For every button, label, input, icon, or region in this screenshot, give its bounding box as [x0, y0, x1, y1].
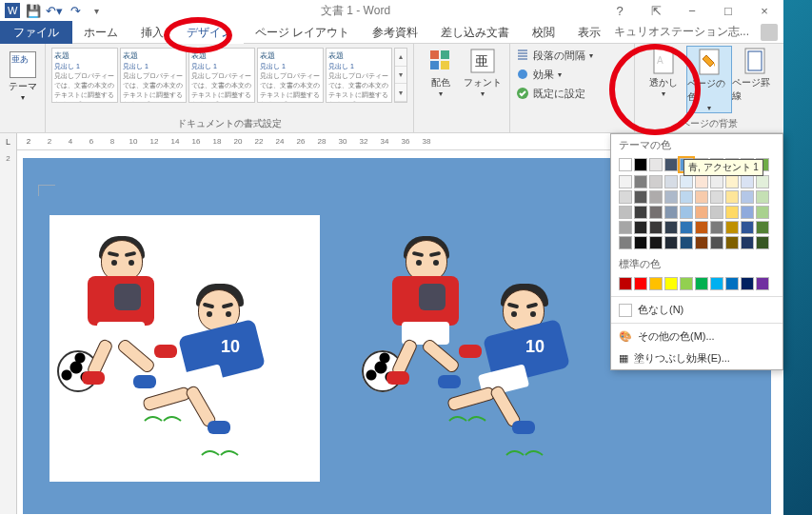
color-swatch[interactable]	[649, 277, 663, 290]
tab-mailings[interactable]: 差し込み文書	[429, 21, 521, 44]
color-swatch[interactable]	[725, 236, 739, 249]
color-swatch[interactable]	[664, 158, 678, 171]
color-swatch[interactable]	[756, 175, 769, 188]
color-swatch[interactable]	[619, 206, 632, 219]
format-item[interactable]: 表題見出し 1見出しプロパティーでは、文書の本文のテキストに調整するためのプロパ…	[257, 48, 324, 103]
color-swatch[interactable]	[619, 277, 632, 290]
maximize-button[interactable]: □	[715, 4, 742, 18]
more-icon[interactable]: ▾	[395, 84, 406, 102]
color-swatch[interactable]	[619, 175, 632, 188]
redo-icon[interactable]: ↷	[67, 2, 84, 19]
color-swatch[interactable]	[634, 158, 647, 171]
color-swatch[interactable]	[695, 236, 708, 249]
fill-effects-item[interactable]: ▦塗りつぶし効果(E)...	[611, 347, 782, 369]
paragraph-spacing-button[interactable]: 段落の間隔 ▾	[516, 46, 628, 65]
soccer-illustration[interactable]: 1 10	[57, 227, 305, 455]
color-swatch[interactable]	[680, 206, 693, 219]
tab-file[interactable]: ファイル	[0, 21, 72, 44]
format-item[interactable]: 表題見出し 1見出しプロパティーでは、文書の本文のテキストに調整するためのプロパ…	[51, 48, 118, 103]
tab-view[interactable]: 表示	[566, 21, 612, 44]
tab-references[interactable]: 参考資料	[361, 21, 429, 44]
color-swatch[interactable]	[634, 236, 647, 249]
color-swatch[interactable]	[680, 190, 693, 204]
color-swatch[interactable]	[710, 221, 723, 234]
soccer-illustration[interactable]: 1 10	[362, 227, 609, 455]
no-color-item[interactable]: 色なし(N)	[611, 299, 782, 321]
tab-design[interactable]: デザイン	[175, 21, 244, 44]
color-swatch[interactable]	[710, 277, 723, 290]
color-swatch[interactable]	[664, 206, 678, 219]
color-swatch[interactable]	[619, 236, 632, 249]
color-swatch[interactable]	[756, 190, 769, 204]
color-swatch[interactable]	[725, 190, 739, 204]
color-swatch[interactable]	[695, 175, 708, 188]
effects-button[interactable]: 効果 ▾	[516, 65, 628, 84]
color-swatch[interactable]	[664, 221, 678, 234]
page-color-picker[interactable]: テーマの色 標準の色 色なし(N) 🎨その他の色(M)... ▦塗りつぶし効果(…	[610, 133, 783, 370]
color-swatch[interactable]	[634, 206, 647, 219]
color-swatch[interactable]	[695, 277, 708, 290]
set-default-button[interactable]: 既定に設定	[516, 84, 628, 103]
color-swatch[interactable]	[649, 206, 663, 219]
color-swatch[interactable]	[741, 190, 754, 204]
tab-review[interactable]: 校閲	[521, 21, 566, 44]
color-swatch[interactable]	[664, 190, 678, 204]
format-item[interactable]: 表題見出し 1見出しプロパティーでは、文書の本文のテキストに調整するためのプロパ…	[120, 48, 187, 103]
color-swatch[interactable]	[649, 221, 663, 234]
color-swatch[interactable]	[710, 190, 723, 204]
color-swatch[interactable]	[619, 158, 632, 171]
color-swatch[interactable]	[756, 277, 769, 290]
color-swatch[interactable]	[664, 175, 678, 188]
color-swatch[interactable]	[756, 221, 769, 234]
color-swatch[interactable]	[680, 221, 693, 234]
watermark-button[interactable]: A 透かし▾	[641, 46, 686, 113]
format-item[interactable]: 表題見出し 1見出しプロパティーでは、文書の本文のテキストに調整するためのプロパ…	[326, 48, 392, 103]
chevron-up-icon[interactable]: ▴	[395, 49, 406, 67]
color-swatch[interactable]	[725, 206, 739, 219]
color-swatch[interactable]	[741, 221, 754, 234]
color-swatch[interactable]	[619, 190, 632, 204]
qat-customize-icon[interactable]: ▾	[88, 2, 105, 19]
color-swatch[interactable]	[756, 236, 769, 249]
color-swatch[interactable]	[664, 236, 678, 249]
more-colors-item[interactable]: 🎨その他の色(M)...	[611, 326, 782, 347]
color-swatch[interactable]	[695, 206, 708, 219]
color-swatch[interactable]	[619, 221, 632, 234]
color-swatch[interactable]	[741, 236, 754, 249]
tab-home[interactable]: ホーム	[72, 21, 129, 44]
color-swatch[interactable]	[634, 175, 647, 188]
color-swatch[interactable]	[710, 206, 723, 219]
color-swatch[interactable]	[741, 175, 754, 188]
fonts-button[interactable]: 亜 フォント▾	[462, 46, 504, 98]
color-swatch[interactable]	[634, 221, 647, 234]
close-button[interactable]: ×	[751, 4, 778, 18]
color-swatch[interactable]	[710, 236, 723, 249]
vertical-ruler[interactable]: 2	[0, 150, 17, 514]
ribbon-display-options-icon[interactable]: ⇱	[643, 4, 669, 18]
color-swatch[interactable]	[741, 206, 754, 219]
color-swatch[interactable]	[695, 221, 708, 234]
account-label[interactable]: キュリオステーション志...	[614, 24, 755, 40]
color-swatch[interactable]	[680, 236, 693, 249]
save-icon[interactable]: 💾	[25, 2, 42, 19]
themes-button[interactable]: テーマ ▾	[6, 46, 40, 107]
document-formatting-gallery[interactable]: 表題見出し 1見出しプロパティーでは、文書の本文のテキストに調整するためのプロパ…	[51, 46, 407, 107]
color-swatch[interactable]	[634, 190, 647, 204]
page-color-button[interactable]: ページの色▾	[686, 46, 732, 113]
color-swatch[interactable]	[680, 175, 693, 188]
colors-button[interactable]: 配色▾	[420, 46, 462, 98]
color-swatch[interactable]	[695, 190, 708, 204]
color-swatch[interactable]	[680, 277, 693, 290]
color-swatch[interactable]	[649, 158, 663, 171]
undo-icon[interactable]: ↶▾	[46, 2, 63, 19]
color-swatch[interactable]	[634, 277, 647, 290]
color-swatch[interactable]	[649, 175, 663, 188]
format-item[interactable]: 表題見出し 1見出しプロパティーでは、文書の本文のテキストに調整するためのプロパ…	[188, 48, 255, 103]
tab-page-layout[interactable]: ページ レイアウト	[244, 21, 361, 44]
color-swatch[interactable]	[741, 277, 754, 290]
color-swatch[interactable]	[756, 206, 769, 219]
gallery-scroll[interactable]: ▴▾▾	[394, 48, 407, 103]
color-swatch[interactable]	[649, 236, 663, 249]
tab-insert[interactable]: 挿入	[129, 21, 175, 44]
minimize-button[interactable]: −	[679, 4, 705, 18]
